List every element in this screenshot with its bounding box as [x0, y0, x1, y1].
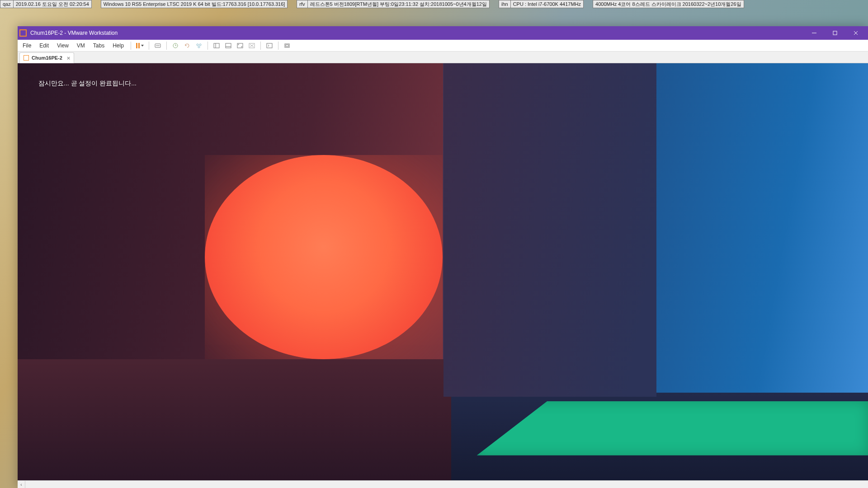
clock-icon	[172, 42, 179, 49]
horizontal-scrollbar[interactable]: ‹	[18, 480, 868, 488]
separator	[278, 42, 278, 50]
menu-help[interactable]: Help	[108, 41, 128, 51]
info-group-build: rfv 레드스톤5 버전1809[RTM년월] 부팅:0일23:11:32 설치…	[297, 0, 490, 8]
console-view-button[interactable]	[264, 40, 275, 51]
svg-rect-20	[267, 43, 272, 48]
svg-rect-14	[226, 43, 231, 48]
separator	[166, 42, 167, 50]
info-label: qaz	[0, 0, 13, 8]
menu-vm[interactable]: VM	[73, 41, 89, 51]
info-group-os: Windows 10 RS5 Enterprise LTSC 2019 K 64…	[101, 0, 288, 8]
revert-icon	[184, 42, 191, 49]
window-title: Chum16PE-2 - VMware Workstation	[30, 30, 804, 36]
separator	[208, 42, 208, 50]
console-icon	[266, 42, 273, 49]
tab-strip: Chum16PE-2 ×	[18, 52, 868, 63]
menu-file[interactable]: File	[19, 41, 35, 51]
menu-tabs[interactable]: Tabs	[89, 41, 108, 51]
sun-graphic	[205, 155, 443, 359]
chevron-down-icon	[141, 45, 144, 47]
guest-display[interactable]: 잠시만요... 곧 설정이 완료됩니다...	[18, 63, 868, 480]
stretch-guest-button[interactable]	[282, 40, 292, 51]
vmware-window: Chum16PE-2 - VMware Workstation File Edi…	[18, 26, 868, 488]
oobe-status-text: 잠시만요... 곧 설정이 완료됩니다...	[38, 80, 137, 88]
fullscreen-button[interactable]	[235, 40, 245, 51]
show-thumbnail-button[interactable]	[223, 40, 234, 51]
stretch-icon	[283, 42, 291, 49]
titlebar[interactable]: Chum16PE-2 - VMware Workstation	[18, 26, 868, 40]
manage-snapshots-button[interactable]	[193, 40, 204, 51]
info-value: 레드스톤5 버전1809[RTM년월] 부팅:0일23:11:32 설치:201…	[307, 0, 490, 8]
scroll-left-button[interactable]: ‹	[18, 481, 25, 488]
vm-tab-label: Chum16PE-2	[32, 55, 62, 61]
snapshots-icon	[195, 42, 203, 49]
keyboard-icon	[154, 42, 161, 49]
snapshot-button[interactable]	[170, 40, 181, 51]
menubar: File Edit View VM Tabs Help	[18, 40, 868, 52]
info-label: rfv	[297, 0, 307, 8]
separator	[149, 42, 149, 50]
sidebar-icon	[213, 42, 220, 49]
pause-vm-button[interactable]	[134, 40, 146, 51]
bottombar-icon	[225, 42, 232, 49]
unity-icon	[248, 42, 255, 49]
send-ctrl-alt-del-button[interactable]	[152, 40, 163, 51]
info-group-cpu: ihn CPU : Intel i7-6700K 4417MHz	[499, 0, 584, 8]
fullscreen-icon	[236, 42, 244, 49]
info-value: 4000MHz 4코어 8스레드 스카이레이크 20160322~2년10개월2…	[593, 0, 744, 8]
maximize-button[interactable]	[825, 26, 845, 40]
separator	[260, 42, 261, 50]
svg-point-10	[199, 44, 201, 46]
svg-rect-1	[833, 31, 837, 35]
menu-view[interactable]: View	[53, 41, 73, 51]
svg-point-11	[198, 46, 200, 48]
info-value: Windows 10 RS5 Enterprise LTSC 2019 K 64…	[101, 0, 288, 8]
vm-tab-icon	[24, 55, 29, 61]
vm-tab[interactable]: Chum16PE-2 ×	[19, 52, 74, 63]
menu-edit[interactable]: Edit	[35, 41, 53, 51]
info-group-datetime: qaz 2019.02.16 토요일 오전 02:20:54	[0, 0, 92, 8]
separator	[131, 42, 131, 50]
show-library-button[interactable]	[211, 40, 222, 51]
pause-icon	[136, 43, 140, 48]
vmware-app-icon	[19, 29, 27, 37]
svg-rect-22	[286, 45, 288, 47]
info-group-cpu-detail: 4000MHz 4코어 8스레드 스카이레이크 20160322~2년10개월2…	[593, 0, 744, 8]
close-button[interactable]	[845, 26, 866, 40]
minimize-button[interactable]	[804, 26, 825, 40]
desktop-info-overlay: qaz 2019.02.16 토요일 오전 02:20:54 Windows 1…	[0, 0, 868, 8]
info-value: 2019.02.16 토요일 오전 02:20:54	[13, 0, 92, 8]
info-value: CPU : Intel i7-6700K 4417MHz	[510, 0, 584, 8]
tab-close-button[interactable]: ×	[67, 55, 71, 61]
guest-wallpaper	[18, 63, 868, 480]
revert-snapshot-button[interactable]	[182, 40, 193, 51]
svg-point-9	[197, 44, 198, 46]
info-label: ihn	[499, 0, 510, 8]
svg-rect-12	[214, 43, 219, 48]
unity-button[interactable]	[246, 40, 257, 51]
